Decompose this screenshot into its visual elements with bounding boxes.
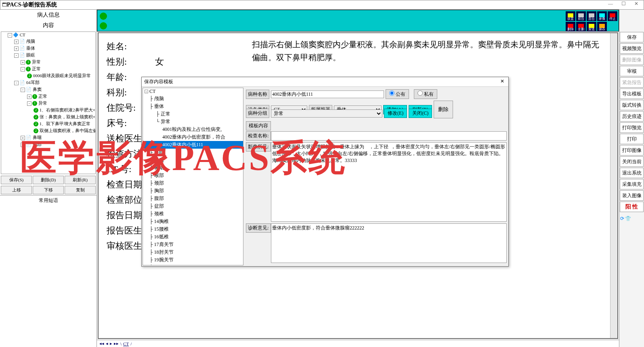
tab-prev-icon[interactable]: ◂ bbox=[106, 341, 108, 346]
refresh-button[interactable]: 刷新(R) bbox=[65, 176, 96, 184]
rbtn-layout[interactable]: 版式转换 bbox=[620, 100, 644, 110]
rbtn-delimg[interactable]: 删除图像 bbox=[620, 55, 644, 65]
close-button[interactable]: 关闭(C) bbox=[409, 109, 432, 118]
modify-button[interactable]: 修改(E) bbox=[384, 109, 407, 118]
name-label: 姓名: bbox=[107, 40, 155, 53]
rbtn-collect[interactable]: 采集填充 bbox=[620, 179, 644, 189]
dialog-tree[interactable]: - CT ├ 颅脑 ├ 垂体 ├ 正常 └ 异常 4001鞍内及鞍上占位性病变,… bbox=[143, 88, 243, 265]
right-panel: 保存 视频预览 删除图像 审核 紧急报告 导出模板 版式转换 历史痕迹 打印预览… bbox=[619, 10, 644, 347]
rbtn-history[interactable]: 历史痕迹 bbox=[620, 111, 644, 122]
patient-info-header: 病人信息 bbox=[0, 10, 96, 20]
tool-save[interactable]: 保存 bbox=[597, 22, 607, 32]
diagnosis-textarea[interactable] bbox=[271, 223, 507, 263]
findings-textarea[interactable] bbox=[271, 142, 507, 222]
moveup-button[interactable]: 上移 bbox=[1, 186, 32, 194]
examname-textarea[interactable] bbox=[271, 131, 507, 141]
tab-next-icon[interactable]: ▸ bbox=[110, 341, 112, 346]
rbtn-export[interactable]: 导出模板 bbox=[620, 88, 644, 99]
rbtn-loadimg[interactable]: 装入图像 bbox=[620, 190, 644, 201]
rbtn-printimg[interactable]: 打印图像 bbox=[620, 145, 644, 156]
rbtn-preview[interactable]: 打印预览 bbox=[620, 122, 644, 133]
tab-last-icon[interactable]: ▸▸ bbox=[114, 341, 119, 346]
rbtn-video[interactable]: 视频预览 bbox=[620, 43, 644, 54]
dialog-tree-selected: 4002垂体内小低111 bbox=[143, 141, 243, 149]
tab-first-icon[interactable]: ◂◂ bbox=[99, 341, 104, 346]
report-scrollbar[interactable] bbox=[610, 33, 617, 338]
dialog-title-bar[interactable]: 保存内容模板 ✕ bbox=[142, 77, 508, 87]
rbtn-exit[interactable]: 退出系统 bbox=[620, 168, 644, 178]
rbtn-person-icon[interactable]: 👕 bbox=[625, 216, 631, 222]
tool-delete[interactable]: 删除 bbox=[566, 22, 575, 32]
rbtn-closecur[interactable]: 关闭当前 bbox=[620, 156, 644, 167]
disease-name-label: 病种名称 bbox=[246, 90, 269, 99]
dialog-close-button[interactable]: ✕ bbox=[499, 78, 506, 86]
rbtn-save[interactable]: 保存 bbox=[620, 32, 644, 42]
copy-button[interactable]: 复制 bbox=[65, 186, 96, 194]
tool-front[interactable]: 前台 bbox=[576, 11, 586, 21]
tool-back[interactable]: 后台 bbox=[587, 11, 596, 21]
rbtn-print[interactable]: 打印 bbox=[620, 134, 644, 144]
findings-text: 扫描示右侧上颌窦窦腔内少量积液。其余副鼻窦未见明显异常。窦壁骨质未见明显异常。鼻… bbox=[252, 38, 605, 64]
nav-next-icon[interactable] bbox=[100, 22, 107, 29]
rbtn-positive[interactable]: 阳 性 bbox=[620, 202, 644, 212]
tree-buttons-row2: 上移 下移 复制 bbox=[0, 185, 96, 195]
app-title: PACS-诊断报告系统 bbox=[7, 1, 57, 8]
delete-button[interactable]: 删除(D) bbox=[33, 176, 64, 184]
dialog-form: 病种名称 公有 私有 设备类别 CT 所属脏器 垂体 添加(A) 刷新(B) 删… bbox=[244, 87, 508, 266]
save-button[interactable]: 保存(S) bbox=[1, 176, 32, 184]
close-button[interactable]: ✕ bbox=[630, 1, 642, 8]
rbtn-urgent[interactable]: 紧急报告 bbox=[620, 77, 644, 88]
examname-label: 检查名称: bbox=[246, 131, 271, 141]
private-radio[interactable]: 私有 bbox=[414, 89, 437, 99]
template-content-label: 模板内容 bbox=[246, 121, 271, 130]
title-bar: 🗔 PACS-诊断报告系统 — ☐ ✕ bbox=[0, 0, 644, 10]
diagnosis-label: 诊断意见: bbox=[246, 223, 271, 233]
template-tree[interactable]: -🔷 CT +📄 颅脑 +📄 垂体 -📄 眼眶 +1 异常 -1 正常 2 00… bbox=[1, 32, 96, 174]
findings-label: 影像所见: bbox=[246, 142, 271, 151]
tool-send[interactable]: 发送 bbox=[587, 22, 596, 32]
disease-name-input[interactable] bbox=[271, 90, 384, 98]
window-controls: — ☐ ✕ bbox=[604, 1, 642, 8]
dialog-title: 保存内容模板 bbox=[144, 78, 173, 85]
toolbar-strip: 设置 前台 后台 录像 停止 删除 全删 发送 保存 bbox=[97, 10, 619, 32]
sex-value: 女 bbox=[155, 56, 164, 68]
tool-delall[interactable]: 全删 bbox=[576, 22, 586, 32]
content-header: 内容 bbox=[0, 20, 96, 31]
bottom-tabs: ◂◂ ◂ ▸ ▸▸ \ CT / bbox=[97, 340, 619, 347]
app-icon: 🗔 bbox=[2, 2, 7, 8]
rbtn-refresh-icon[interactable]: ⟳ bbox=[620, 216, 624, 222]
left-panel: 病人信息 内容 -🔷 CT +📄 颅脑 +📄 垂体 -📄 眼眶 +1 异常 -1… bbox=[0, 10, 97, 347]
maximize-button[interactable]: ☐ bbox=[617, 1, 629, 8]
minimize-button[interactable]: — bbox=[604, 1, 617, 8]
save-template-dialog: 保存内容模板 ✕ - CT ├ 颅脑 ├ 垂体 ├ 正常 └ 异常 4001鞍内… bbox=[141, 77, 509, 267]
toolbar-icons: 设置 前台 后台 录像 停止 删除 全删 发送 保存 bbox=[565, 11, 618, 32]
rbtn-review[interactable]: 审核 bbox=[620, 66, 644, 76]
tool-settings[interactable]: 设置 bbox=[566, 11, 575, 21]
group-label: 病种分组 bbox=[246, 109, 269, 118]
nav-prev-icon[interactable] bbox=[100, 13, 107, 20]
tool-record[interactable]: 录像 bbox=[597, 11, 607, 21]
common-phrase-header: 常用短语 bbox=[0, 195, 96, 206]
group-select[interactable]: 异常 bbox=[271, 109, 382, 118]
public-radio[interactable]: 公有 bbox=[386, 89, 409, 99]
tab-ct[interactable]: CT bbox=[123, 341, 129, 346]
tool-stop[interactable]: 停止 bbox=[608, 11, 617, 21]
movedown-button[interactable]: 下移 bbox=[33, 186, 64, 194]
tree-buttons-row1: 保存(S) 删除(D) 刷新(R) bbox=[0, 175, 96, 185]
sex-label: 性别: bbox=[107, 56, 155, 68]
